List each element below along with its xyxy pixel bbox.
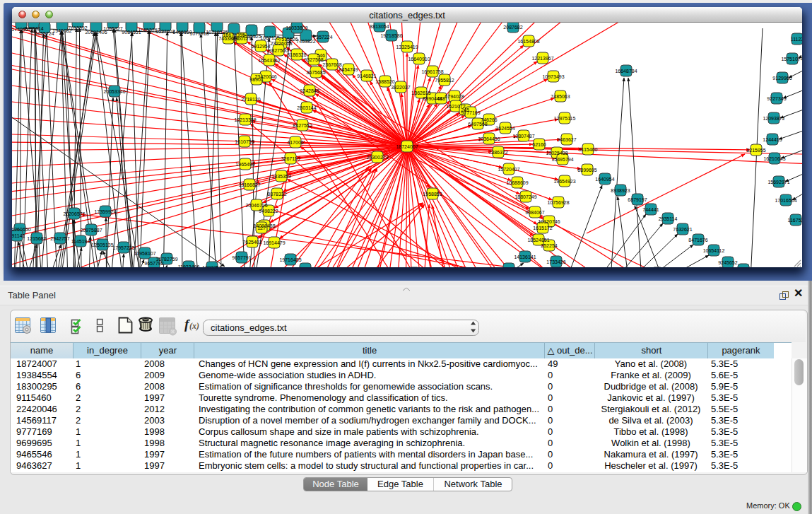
svg-text:16640910: 16640910	[408, 57, 430, 62]
svg-text:16648784: 16648784	[615, 69, 637, 74]
svg-text:10973493: 10973493	[542, 74, 564, 79]
svg-text:1341: 1341	[300, 267, 311, 268]
svg-text:1145194: 1145194	[71, 239, 90, 244]
svg-text:1244415: 1244415	[763, 137, 782, 142]
svg-text:3675685: 3675685	[306, 70, 325, 75]
svg-text:62160: 62160	[532, 142, 546, 147]
svg-text:6879197: 6879197	[628, 197, 647, 202]
svg-text:448: 448	[437, 96, 445, 101]
svg-text:252254: 252254	[541, 243, 557, 248]
svg-text:8860123: 8860123	[232, 36, 251, 41]
svg-text:9498222: 9498222	[259, 209, 278, 214]
svg-text:7955812: 7955812	[435, 78, 454, 83]
svg-text:1065327: 1065327	[103, 26, 122, 31]
svg-text:17016504: 17016504	[775, 198, 796, 203]
svg-text:16210643: 16210643	[763, 156, 785, 161]
svg-text:19716485: 19716485	[279, 257, 301, 262]
svg-text:1615172: 1615172	[533, 226, 552, 230]
svg-text:12505135: 12505135	[91, 243, 113, 247]
svg-text:12093872: 12093872	[763, 116, 784, 121]
svg-text:14136141: 14136141	[514, 255, 536, 259]
svg-text:9777169: 9777169	[461, 110, 480, 115]
svg-text:12213967: 12213967	[531, 56, 553, 61]
svg-text:10807487: 10807487	[512, 134, 534, 139]
svg-text:8471676: 8471676	[688, 238, 707, 243]
svg-text:8215955: 8215955	[746, 148, 765, 153]
svg-text:87061: 87061	[502, 267, 516, 268]
svg-text:2087682: 2087682	[503, 25, 522, 30]
svg-text:9827500: 9827500	[269, 48, 288, 53]
svg-text:8186328: 8186328	[287, 52, 306, 57]
svg-text:25300273: 25300273	[366, 155, 388, 160]
svg-text:1093251: 1093251	[202, 265, 221, 268]
svg-text:2367608: 2367608	[322, 62, 341, 67]
svg-text:1958853: 1958853	[423, 192, 442, 197]
svg-text:19654923: 19654923	[553, 179, 575, 184]
svg-text:citations_edges.txt: citations_edges.txt	[211, 322, 287, 333]
svg-text:7625402: 7625402	[242, 240, 261, 245]
svg-text:3822037: 3822037	[391, 85, 410, 90]
svg-text:16914479: 16914479	[263, 240, 285, 245]
svg-text:116753: 116753	[788, 218, 802, 223]
svg-text:1362615: 1362615	[411, 90, 430, 95]
svg-text:9463627: 9463627	[557, 137, 576, 142]
svg-text:1335359: 1335359	[271, 174, 290, 179]
svg-text:15692971: 15692971	[767, 180, 789, 185]
svg-text:20206576: 20206576	[63, 211, 85, 216]
svg-text:6497568: 6497568	[468, 122, 487, 127]
svg-text:2718120: 2718120	[241, 97, 260, 102]
svg-text:417006: 417006	[287, 140, 303, 145]
svg-text:16961758: 16961758	[421, 69, 443, 74]
svg-text:12975115: 12975115	[554, 116, 576, 121]
svg-text:20364436: 20364436	[478, 136, 500, 141]
svg-text:1965494: 1965494	[235, 162, 254, 167]
svg-text:3624554: 3624554	[495, 126, 514, 131]
svg-text:11123: 11123	[791, 37, 802, 42]
svg-text:9115460: 9115460	[579, 147, 598, 152]
svg-text:10120746: 10120746	[538, 219, 560, 224]
svg-text:9245652: 9245652	[718, 260, 737, 265]
svg-text:15751074: 15751074	[781, 57, 802, 62]
svg-text:18524851: 18524851	[527, 238, 549, 243]
svg-text:7386372: 7386372	[488, 150, 507, 155]
svg-text:744441: 744441	[642, 207, 659, 212]
svg-text:13325419: 13325419	[396, 45, 418, 49]
svg-text:2935114: 2935114	[659, 216, 678, 221]
svg-text:15720407: 15720407	[498, 167, 519, 172]
svg-text:16154808: 16154808	[517, 39, 539, 44]
svg-text:7357224: 7357224	[313, 35, 332, 40]
svg-text:5912954: 5912954	[251, 44, 270, 49]
svg-text:16543362: 16543362	[258, 58, 280, 63]
svg-text:7485063: 7485063	[551, 94, 570, 99]
svg-text:1640954: 1640954	[595, 177, 614, 182]
svg-text:12213389: 12213389	[234, 117, 256, 122]
svg-text:9146821: 9146821	[357, 74, 376, 78]
svg-text:7463822: 7463822	[296, 39, 315, 44]
svg-text:9084067: 9084067	[525, 210, 544, 215]
svg-text:10654112: 10654112	[703, 248, 725, 253]
svg-text:19218586: 19218586	[380, 33, 402, 38]
svg-text:4055724: 4055724	[35, 31, 54, 36]
svg-text:2235614: 2235614	[24, 26, 43, 31]
svg-text:3267110: 3267110	[281, 156, 300, 161]
svg-text:1610755: 1610755	[235, 139, 254, 144]
svg-text:9327508: 9327508	[304, 57, 323, 62]
svg-text:1733426: 1733426	[546, 259, 565, 264]
svg-text:6899695: 6899695	[577, 168, 596, 173]
svg-text:8813054: 8813054	[370, 24, 389, 29]
svg-text:20046726: 20046726	[245, 203, 267, 208]
svg-text:9242848: 9242848	[300, 88, 319, 93]
svg-text:17359924: 17359924	[94, 209, 116, 214]
svg-text:2942757: 2942757	[50, 236, 69, 241]
svg-text:7632621: 7632621	[673, 227, 692, 232]
svg-text:92451: 92451	[736, 267, 751, 268]
svg-text:6794028: 6794028	[445, 94, 464, 99]
svg-text:8938923: 8938923	[611, 188, 630, 193]
svg-text:23226058: 23226058	[270, 41, 292, 46]
svg-text:1215682: 1215682	[27, 236, 46, 241]
svg-text:127: 127	[257, 226, 266, 230]
svg-text:11923466: 11923466	[178, 264, 200, 268]
svg-text:26260650: 26260650	[12, 227, 31, 232]
svg-text:16033809: 16033809	[286, 25, 307, 30]
svg-text:1588520: 1588520	[375, 79, 394, 84]
